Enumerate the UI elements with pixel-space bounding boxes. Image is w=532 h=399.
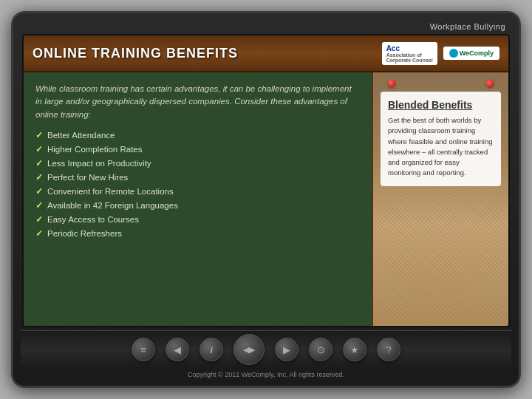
right-panel: Blended Benefits Get the best of both wo… <box>372 72 508 326</box>
app-title: Workplace Bullying <box>430 22 505 31</box>
star-icon: ★ <box>350 344 359 355</box>
back-button[interactable]: ◀ <box>166 338 189 361</box>
info-button[interactable]: i <box>200 338 223 361</box>
benefit-label: Convenient for Remote Locations <box>47 187 174 196</box>
list-item: ✓ Periodic Refreshers <box>35 227 360 241</box>
copyright-text: Copyright © 2011 WeComply, Inc. All righ… <box>188 371 344 378</box>
info-icon: i <box>210 344 213 355</box>
list-item: ✓ Better Attendance <box>35 129 360 143</box>
top-bar: Workplace Bullying <box>21 21 511 34</box>
checkmark-icon: ✓ <box>35 200 43 211</box>
blended-title: Blended Benefits <box>388 99 494 111</box>
benefit-label: Available in 42 Foreign Languages <box>47 201 178 210</box>
page-title: ONLINE TRAINING BENEFITS <box>33 46 238 61</box>
play-icon: ◀▶ <box>243 345 255 355</box>
list-item: ✓ Available in 42 Foreign Languages <box>35 199 360 213</box>
pushpin-right <box>486 80 494 87</box>
list-item: ✓ Perfect for New Hires <box>35 171 360 185</box>
wecomply-text: WeComply <box>460 50 494 57</box>
record-icon: ⊙ <box>317 344 325 355</box>
list-item: ✓ Less Impact on Productivity <box>35 157 360 171</box>
checkmark-icon: ✓ <box>35 158 43 168</box>
forward-button[interactable]: ▶ <box>275 338 299 361</box>
bottom-nav-bar: ≡ ◀ i ◀▶ ▶ ⊙ ★ ? <box>21 330 511 369</box>
benefit-label: Easy Access to Courses <box>47 215 139 224</box>
checkmark-icon: ✓ <box>35 130 43 140</box>
benefits-list: ✓ Better Attendance ✓ Higher Completion … <box>35 129 360 241</box>
blended-text: Get the best of both worlds by providing… <box>388 115 494 179</box>
record-button[interactable]: ⊙ <box>309 338 332 361</box>
device-frame: Workplace Bullying ONLINE TRAINING BENEF… <box>11 11 521 388</box>
benefit-label: Less Impact on Productivity <box>47 159 151 168</box>
blended-card: Blended Benefits Get the best of both wo… <box>381 92 501 186</box>
intro-text: While classroom training has certain adv… <box>35 83 360 121</box>
checkmark-icon: ✓ <box>35 172 43 183</box>
list-item: ✓ Convenient for Remote Locations <box>35 185 360 199</box>
acc-logo: Acc Association ofCorporate Counsel <box>382 42 437 65</box>
benefit-label: Better Attendance <box>47 131 115 140</box>
header-bar: ONLINE TRAINING BENEFITS Acc Association… <box>24 35 508 72</box>
wecomply-logo: WeComply <box>443 47 499 60</box>
benefit-label: Periodic Refreshers <box>47 229 122 238</box>
help-icon: ? <box>386 344 391 355</box>
star-button[interactable]: ★ <box>343 338 366 361</box>
content-area: While classroom training has certain adv… <box>24 72 508 326</box>
play-button[interactable]: ◀▶ <box>233 334 265 365</box>
checkmark-icon: ✓ <box>35 144 43 154</box>
help-button[interactable]: ? <box>377 338 400 361</box>
logos-area: Acc Association ofCorporate Counsel WeCo… <box>382 42 499 65</box>
benefit-label: Higher Completion Rates <box>47 145 142 154</box>
screen: ONLINE TRAINING BENEFITS Acc Association… <box>22 34 510 327</box>
pushpins <box>381 80 501 87</box>
wecomply-circle <box>449 49 458 58</box>
back-icon: ◀ <box>174 344 181 355</box>
menu-icon: ≡ <box>140 344 146 355</box>
list-item: ✓ Easy Access to Courses <box>35 213 360 227</box>
menu-button[interactable]: ≡ <box>132 338 155 361</box>
checkmark-icon: ✓ <box>35 214 43 225</box>
checkmark-icon: ✓ <box>35 228 43 239</box>
benefit-label: Perfect for New Hires <box>47 173 128 182</box>
pushpin-left <box>388 80 395 87</box>
list-item: ✓ Higher Completion Rates <box>35 143 360 157</box>
checkmark-icon: ✓ <box>35 186 43 197</box>
left-panel: While classroom training has certain adv… <box>24 72 372 326</box>
forward-icon: ▶ <box>283 344 290 355</box>
